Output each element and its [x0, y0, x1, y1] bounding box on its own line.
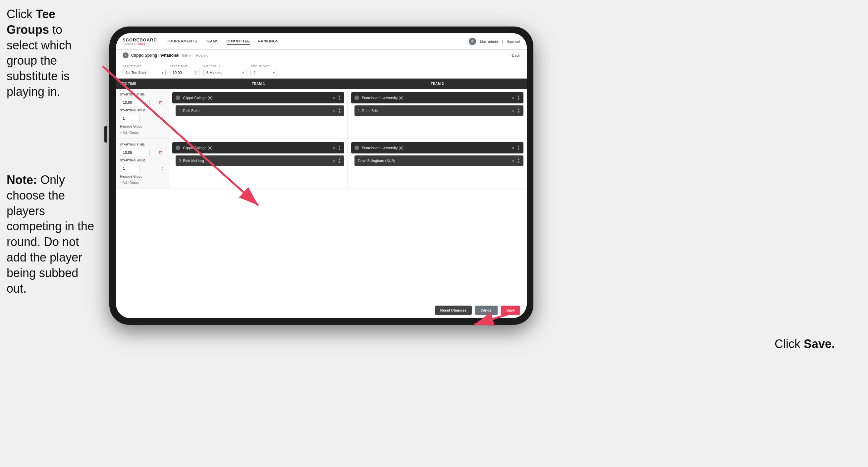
reset-changes-button[interactable]: Reset Changes: [435, 305, 472, 315]
form-row: Start Type 1st Tee Start Start Time 🕙 In…: [116, 61, 527, 79]
team1-cell-2: Clippd College (A) ✕ ▲ ▼ 2. B: [169, 139, 348, 188]
player2-right-1: ✕ ▲ ▼: [512, 108, 520, 114]
tee-group-row-2: STARTING TIME: ⏰ STARTING HOLE: ▲ ▼: [116, 139, 527, 189]
team2-remove-2[interactable]: ✕: [512, 146, 515, 150]
player1-arrows-2: ▲ ▼: [338, 158, 341, 164]
player2-name-2: Dave Billingham (SUB): [358, 159, 395, 163]
tee-time-input-1[interactable]: [120, 99, 150, 106]
header-tee-time: Tee Time: [116, 79, 169, 89]
player1-card-2[interactable]: 2. Blair McHarg ✕ ▲ ▼: [176, 155, 344, 166]
team1-arrows-1: ▲ ▼: [338, 95, 341, 101]
team2-remove-1[interactable]: ✕: [512, 96, 515, 100]
start-type-select[interactable]: 1st Tee Start: [123, 69, 166, 76]
team1-remove-1[interactable]: ✕: [332, 96, 335, 100]
player2-arrows-1: ▲ ▼: [517, 108, 520, 114]
nav-teams[interactable]: TEAMS: [205, 38, 219, 45]
hole-input-1[interactable]: [120, 115, 140, 122]
cancel-button[interactable]: Cancel: [475, 305, 498, 315]
start-type-select-wrap: 1st Tee Start: [123, 69, 166, 76]
team2-dot-2: [354, 146, 359, 150]
player1-remove-1[interactable]: ✕: [332, 109, 335, 113]
team1-name-2: Clippd College (A): [183, 146, 212, 150]
click-save-prefix: Click: [775, 337, 804, 351]
team2-card-1[interactable]: Scoreboard University (A) ✕ ▲ ▼: [351, 92, 523, 104]
team2-cell-2: Scoreboard University (A) ✕ ▲ ▼: [348, 139, 527, 188]
team1-cell-1: Clippd College (A) ✕ ▲ ▼ 1. R: [169, 89, 348, 139]
nav-tournaments[interactable]: TOURNAMENTS: [167, 38, 197, 45]
tee-time-input-wrap-2: ⏰: [120, 149, 165, 156]
logo-scoreboard: SCOREBOARD: [123, 37, 157, 42]
tablet-frame: SCOREBOARD Powered by clippd TOURNAMENTS…: [109, 27, 533, 325]
add-group-button-2[interactable]: + Add Group: [120, 181, 165, 185]
team1-remove-2[interactable]: ✕: [332, 146, 335, 150]
team2-arrows-2: ▲ ▼: [517, 145, 520, 151]
team1-arrows-2: ▲ ▼: [338, 145, 341, 151]
intervals-label: Intervals: [204, 65, 247, 68]
clock-icon-1: ⏰: [159, 101, 163, 105]
header-team2: Team 2: [348, 79, 527, 89]
hole-input-wrap-1: ▲ ▼: [120, 115, 165, 122]
team1-name-1: Clippd College (A): [183, 96, 212, 100]
player2-right-2: ✕ ▲ ▼: [512, 158, 520, 164]
starting-hole-label-1: STARTING HOLE:: [120, 109, 165, 112]
player1-arrows-1: ▲ ▼: [338, 108, 341, 114]
save-button[interactable]: Save: [501, 305, 520, 315]
team2-card-2[interactable]: Scoreboard University (A) ✕ ▲ ▼: [351, 142, 523, 153]
tee-table: Tee Time Team 1 Team 2 STARTING TIME: ⏰ …: [116, 79, 527, 302]
add-group-button-1[interactable]: + Add Group: [120, 131, 165, 135]
back-button[interactable]: ‹ Back: [510, 53, 520, 57]
tee-group-row: STARTING TIME: ⏰ STARTING HOLE: ▲ ▼: [116, 89, 527, 139]
team1-dot-2: [176, 146, 180, 150]
player2-remove-1[interactable]: ✕: [512, 109, 515, 113]
nav-rankings[interactable]: RANKINGS: [258, 38, 279, 45]
table-body: STARTING TIME: ⏰ STARTING HOLE: ▲ ▼: [116, 89, 527, 302]
team2-arrows-1: ▲ ▼: [517, 95, 520, 101]
clock-icon-2: ⏰: [159, 151, 163, 154]
hole-spinners-2: ▲ ▼: [161, 166, 163, 171]
remove-group-button-1[interactable]: Remove Group: [120, 125, 165, 128]
intervals-select[interactable]: 5 Minutes: [204, 69, 247, 76]
team2-name-1: Scoreboard University (A): [362, 96, 404, 100]
nav-committee[interactable]: COMMITTEE: [227, 38, 250, 45]
instruction-main: Click Tee Groups to select which group t…: [0, 0, 103, 100]
player1-right-2: ✕ ▲ ▼: [332, 158, 341, 164]
player1-right-1: ✕ ▲ ▼: [332, 108, 341, 114]
group-size-label: Group Size: [250, 65, 277, 68]
clock-icon: 🕙: [193, 71, 197, 75]
team2-card-left-2: Scoreboard University (A): [354, 146, 404, 150]
start-time-group: Start Time 🕙: [169, 65, 199, 76]
note-label: Note:: [7, 173, 40, 186]
instruction-text-prefix: Click: [7, 7, 36, 21]
team2-cell-1: Scoreboard University (A) ✕ ▲ ▼: [348, 89, 527, 139]
team2-card-right-2: ✕ ▲ ▼: [512, 145, 520, 151]
start-time-label: Start Time: [169, 65, 199, 68]
bottom-bar: Reset Changes Cancel Save: [116, 302, 527, 318]
player2-arrows-2: ▲ ▼: [517, 158, 520, 164]
hole-spinners-1: ▲ ▼: [161, 116, 163, 121]
tablet-screen: SCOREBOARD Powered by clippd TOURNAMENTS…: [116, 33, 527, 318]
player1-remove-2[interactable]: ✕: [332, 159, 335, 163]
player2-card-1[interactable]: 1. Rees Britt ✕ ▲ ▼: [354, 106, 523, 116]
player2-card-2[interactable]: Dave Billingham (SUB) ✕ ▲ ▼: [354, 155, 523, 166]
player1-card-1[interactable]: 1. Rich Butler ✕ ▲ ▼: [176, 106, 344, 116]
tee-time-input-wrap-1: ⏰: [120, 99, 165, 106]
group-size-select[interactable]: 2: [250, 69, 277, 76]
sign-out-link[interactable]: Sign out: [507, 39, 520, 43]
tee-time-input-2[interactable]: [120, 149, 150, 156]
hosting-badge: Hosting: [196, 53, 208, 57]
logo-powered: Powered by clippd: [123, 42, 157, 46]
tournament-title: Clippd Spring Invitational: [131, 53, 179, 58]
team2-card-right-1: ✕ ▲ ▼: [512, 95, 520, 101]
team2-card-left-1: Scoreboard University (A): [354, 95, 404, 100]
intervals-select-wrap: 5 Minutes: [204, 69, 247, 76]
remove-group-button-2[interactable]: Remove Group: [120, 175, 165, 178]
player2-remove-2[interactable]: ✕: [512, 159, 515, 163]
team1-card-1[interactable]: Clippd College (A) ✕ ▲ ▼: [172, 92, 344, 104]
hole-input-2[interactable]: [120, 165, 140, 172]
sub-avatar: B: [123, 52, 128, 58]
tablet-side-button: [104, 126, 107, 143]
logo-area: SCOREBOARD Powered by clippd: [123, 37, 157, 46]
group-size-group: Group Size 2: [250, 65, 277, 76]
team2-name-2: Scoreboard University (A): [362, 146, 404, 150]
team1-card-2[interactable]: Clippd College (A) ✕ ▲ ▼: [172, 142, 344, 153]
